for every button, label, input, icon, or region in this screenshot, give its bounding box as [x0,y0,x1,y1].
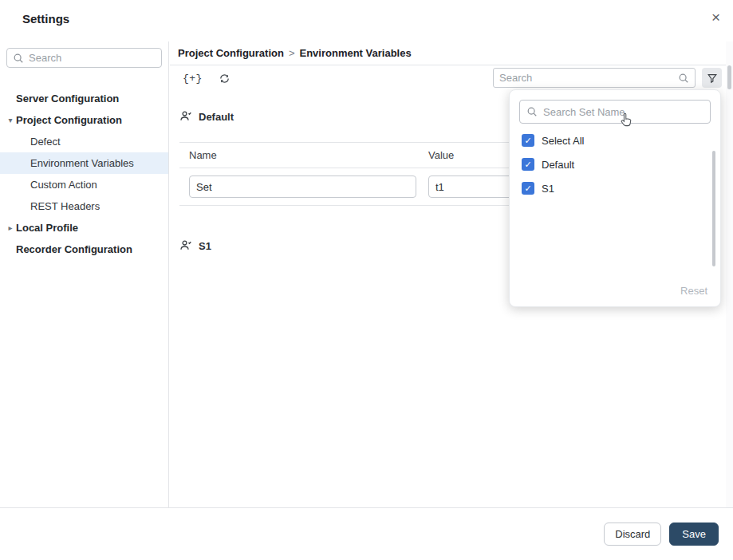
toolbar-search-field[interactable] [493,68,696,88]
save-button[interactable]: Save [669,523,719,546]
sidebar-item-label: Project Configuration [16,114,122,126]
set-name-search-field[interactable] [519,100,711,124]
sidebar-item-label: REST Headers [30,200,100,212]
sidebar-search-field[interactable] [6,48,162,68]
checkbox-checked-icon[interactable]: ✓ [522,182,534,195]
sidebar-item-custom-action[interactable]: Custom Action [0,174,168,195]
sidebar-item-label: Server Configuration [16,93,119,105]
close-button[interactable]: × [711,10,720,25]
sidebar-item-label: Local Profile [16,222,78,234]
option-label: Select All [542,135,584,147]
chevron-down-icon: ▾ [5,116,16,124]
sidebar-item-local-profile[interactable]: ▸ Local Profile [0,217,168,239]
checkbox-checked-icon[interactable]: ✓ [522,158,534,171]
option-label: S1 [542,183,554,195]
sidebar-item-project-configuration[interactable]: ▾ Project Configuration [0,109,168,131]
breadcrumb-current: Environment Variables [299,47,411,59]
column-header-name: Name [179,149,419,161]
window-title: Settings [22,12,69,26]
filter-popover: ✓ Select All ✓ Default ✓ S1 Reset [509,89,721,307]
chevron-right-icon: ▸ [5,223,16,232]
option-select-all[interactable]: ✓ Select All [510,128,720,152]
search-icon [13,53,24,64]
check-icon: ✓ [524,183,531,194]
checkbox-checked-icon[interactable]: ✓ [522,134,534,147]
reset-button[interactable]: Reset [680,285,707,297]
sidebar-item-defect[interactable]: Defect [0,131,168,152]
breadcrumb: Project Configuration>Environment Variab… [170,41,733,65]
sidebar: Server Configuration ▾ Project Configura… [0,41,169,507]
footer: Discard Save [0,507,733,560]
popover-scrollbar[interactable] [712,151,715,266]
add-variable-set-button[interactable]: {+} [179,69,206,88]
search-icon [678,73,689,84]
discard-button[interactable]: Discard [604,523,661,546]
filter-icon[interactable] [702,68,722,88]
check-icon: ✓ [524,160,531,170]
breadcrumb-parent[interactable]: Project Configuration [178,47,284,59]
breadcrumb-separator-icon: > [289,47,295,59]
hand-cursor-icon [619,112,634,128]
sidebar-item-server-configuration[interactable]: Server Configuration [0,88,168,109]
sidebar-item-label: Custom Action [30,179,97,191]
option-default[interactable]: ✓ Default [510,152,720,176]
scrollbar-thumb[interactable] [727,65,731,89]
titlebar: Settings × [0,0,733,41]
section-title: Default [199,111,234,123]
section-title: S1 [199,240,211,252]
refresh-icon[interactable] [215,69,234,88]
sidebar-item-environment-variables[interactable]: Environment Variables [0,152,168,174]
sidebar-item-label: Environment Variables [30,157,134,169]
variable-name-input[interactable] [189,175,416,198]
set-options-list: ✓ Select All ✓ Default ✓ S1 [510,128,720,200]
check-icon: ✓ [524,136,531,146]
sidebar-item-label: Recorder Configuration [16,243,132,255]
search-icon [526,106,538,117]
sidebar-search-input[interactable] [29,52,156,64]
variable-set-icon [179,110,192,123]
sidebar-item-rest-headers[interactable]: REST Headers [0,195,168,217]
option-s1[interactable]: ✓ S1 [510,176,720,200]
vertical-scrollbar[interactable] [726,41,733,507]
settings-window: Settings × Server Configuration ▾ Projec… [0,0,733,560]
option-label: Default [542,159,574,171]
variable-set-icon [179,239,192,252]
sidebar-tree: Server Configuration ▾ Project Configura… [0,88,168,260]
sidebar-item-label: Defect [30,136,61,148]
toolbar: {+} [170,65,733,91]
toolbar-search-input[interactable] [499,72,673,84]
sidebar-item-recorder-configuration[interactable]: Recorder Configuration [0,239,168,260]
